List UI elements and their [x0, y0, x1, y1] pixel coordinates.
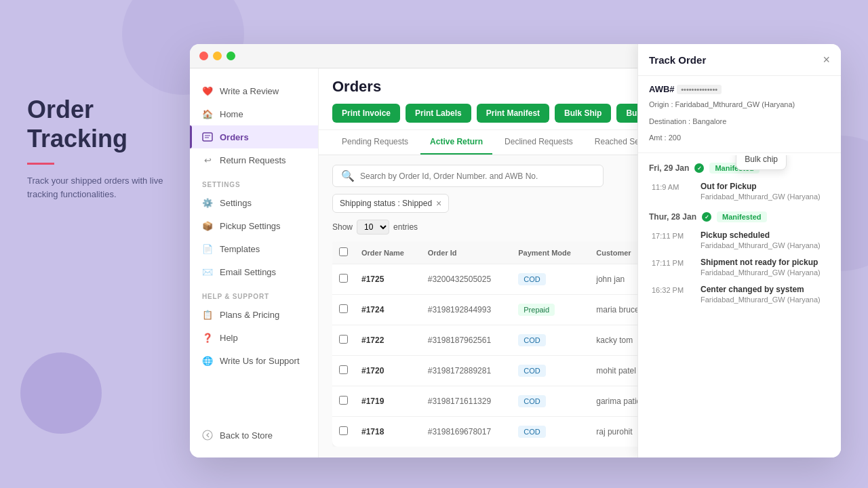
show-label: Show — [332, 222, 353, 232]
col-order-id: Order Id — [421, 241, 512, 264]
payment-mode-cell: COD — [511, 417, 589, 447]
gear-icon: ⚙️ — [202, 197, 213, 208]
pickup-icon: 📦 — [202, 220, 213, 231]
timeline-event-center-changed: 16:32 PM Center changed by system Farida… — [649, 285, 830, 304]
row-checkbox-cell — [332, 325, 355, 356]
order-id-cell: #3198172889281 — [421, 356, 512, 386]
return-icon: ↩ — [202, 155, 213, 165]
manifested-badge-2: Manifested — [717, 211, 766, 222]
plans-icon: 📋 — [202, 309, 213, 320]
sidebar-label-plans: Plans & Pricing — [220, 310, 279, 320]
bulk-chip-tooltip: Bulk chip — [736, 155, 787, 170]
event-title-1: Out for Pickup — [701, 182, 830, 191]
search-icon: 🔍 — [341, 169, 355, 182]
print-manifest-button[interactable]: Print Manifest — [477, 104, 549, 123]
sidebar-label-write-review: Write a Review — [220, 86, 279, 96]
track-meta-destination: Destination : Bangalore — [649, 115, 830, 128]
filter-chip-close[interactable]: × — [436, 198, 441, 209]
timeline-event-not-ready: 17:11 PM Shipment not ready for pickup F… — [649, 258, 830, 277]
select-all-checkbox[interactable] — [339, 247, 348, 256]
sidebar-item-orders[interactable]: Orders — [190, 125, 318, 148]
sidebar-item-help[interactable]: ❓ Help — [190, 326, 318, 349]
order-name-cell: #1718 — [355, 417, 421, 447]
home-icon: 🏠 — [202, 108, 213, 119]
order-name-cell: #1722 — [355, 325, 421, 356]
bg-decoration-2 — [20, 352, 102, 434]
event-time-2: 17:11 PM — [652, 230, 692, 249]
svg-rect-0 — [203, 133, 212, 141]
print-labels-button[interactable]: Print Labels — [406, 104, 471, 123]
payment-badge: COD — [518, 334, 545, 346]
sidebar-item-plans-pricing[interactable]: 📋 Plans & Pricing — [190, 303, 318, 326]
track-meta-origin: Origin : Faridabad_Mthurard_GW (Haryana) — [649, 98, 830, 111]
track-timeline: Fri, 29 Jan Manifested 11:9 AM Out for P… — [638, 153, 841, 458]
hero-title: Order Tracking — [27, 95, 176, 153]
row-checkbox-4[interactable] — [339, 396, 348, 405]
order-id-cell: #3198187962561 — [421, 325, 512, 356]
browser-window: ❤️ Write a Review 🏠 Home Orders — [190, 44, 841, 458]
order-id-cell: #3198169678017 — [421, 417, 512, 447]
payment-badge: COD — [518, 273, 545, 285]
search-box[interactable]: 🔍 — [332, 165, 604, 187]
sidebar-item-settings[interactable]: ⚙️ Settings — [190, 191, 318, 214]
col-order-name: Order Name — [355, 241, 421, 264]
print-invoice-button[interactable]: Print Invoice — [332, 104, 400, 123]
event-location-1: Faridabad_Mthurard_GW (Haryana) — [701, 192, 830, 201]
template-icon: 📄 — [202, 243, 213, 254]
tab-active-return[interactable]: Active Return — [420, 130, 492, 155]
event-content-3: Shipment not ready for pickup Faridabad_… — [701, 258, 830, 277]
timeline-date-thu: Thur, 28 Jan Manifested — [649, 211, 830, 222]
order-name-cell: #1725 — [355, 264, 421, 295]
row-checkbox-cell — [332, 264, 355, 295]
row-checkbox-5[interactable] — [339, 426, 348, 435]
sidebar-item-write-review[interactable]: ❤️ Write a Review — [190, 79, 318, 102]
window-minimize-dot[interactable] — [213, 52, 222, 60]
col-checkbox — [332, 241, 355, 264]
event-title-2: Pickup scheduled — [701, 230, 830, 240]
row-checkbox-2[interactable] — [339, 335, 348, 344]
support-icon: 🌐 — [202, 355, 213, 366]
order-id-cell: #3198192844993 — [421, 295, 512, 325]
event-title-4: Center changed by system — [701, 285, 830, 294]
sidebar-item-back-to-store[interactable]: Back to Store — [190, 424, 318, 447]
order-name-cell: #1719 — [355, 386, 421, 417]
row-checkbox-0[interactable] — [339, 274, 348, 283]
shipping-status-filter-chip[interactable]: Shipping status : Shipped × — [332, 194, 449, 213]
hero-subtitle: Track your shipped orders with live trac… — [27, 174, 176, 201]
row-checkbox-1[interactable] — [339, 304, 348, 313]
bulk-ship-button[interactable]: Bulk Ship — [555, 104, 611, 123]
date-label-thu: Thur, 28 Jan — [649, 212, 696, 222]
sidebar-item-email-settings[interactable]: ✉️ Email Settings — [190, 260, 318, 283]
timeline-group-thu: Thur, 28 Jan Manifested 17:11 PM Pickup … — [649, 211, 830, 304]
track-awb: AWB# •••••••••••••• — [649, 84, 830, 94]
sidebar-item-return-requests[interactable]: ↩ Return Requests — [190, 148, 318, 171]
sidebar: ❤️ Write a Review 🏠 Home Orders — [190, 68, 319, 458]
track-header: Track Order × — [638, 68, 841, 76]
row-checkbox-cell — [332, 417, 355, 447]
sidebar-item-write-support[interactable]: 🌐 Write Us for Support — [190, 349, 318, 372]
payment-badge: COD — [518, 395, 545, 407]
row-checkbox-cell — [332, 386, 355, 417]
entries-select[interactable]: 10 25 50 — [357, 220, 389, 235]
sidebar-label-email: Email Settings — [220, 267, 276, 277]
event-content-1: Out for Pickup Faridabad_Mthurard_GW (Ha… — [701, 182, 830, 201]
hero-section: Order Tracking Track your shipped orders… — [27, 95, 176, 201]
row-checkbox-3[interactable] — [339, 365, 348, 374]
track-meta-amount: Amt : 200 — [649, 131, 830, 144]
timeline-event-pickup-scheduled: 17:11 PM Pickup scheduled Faridabad_Mthu… — [649, 230, 830, 249]
search-input[interactable] — [360, 171, 595, 181]
sidebar-item-pickup-settings[interactable]: 📦 Pickup Settings — [190, 214, 318, 237]
window-maximize-dot[interactable] — [226, 52, 235, 60]
window-close-dot[interactable] — [199, 52, 208, 60]
tab-declined-requests[interactable]: Declined Requests — [495, 130, 583, 155]
event-content-4: Center changed by system Faridabad_Mthur… — [701, 285, 830, 304]
sidebar-item-templates[interactable]: 📄 Templates — [190, 237, 318, 260]
payment-mode-cell: Prepaid — [511, 295, 589, 325]
sidebar-label-return: Return Requests — [220, 155, 286, 165]
order-id-cell: #3198171611329 — [421, 386, 512, 417]
heart-icon: ❤️ — [202, 85, 213, 96]
sidebar-label-orders: Orders — [220, 132, 249, 142]
tab-pending-requests[interactable]: Pending Requests — [332, 130, 418, 155]
sidebar-item-home[interactable]: 🏠 Home — [190, 102, 318, 125]
orders-icon — [202, 131, 213, 142]
